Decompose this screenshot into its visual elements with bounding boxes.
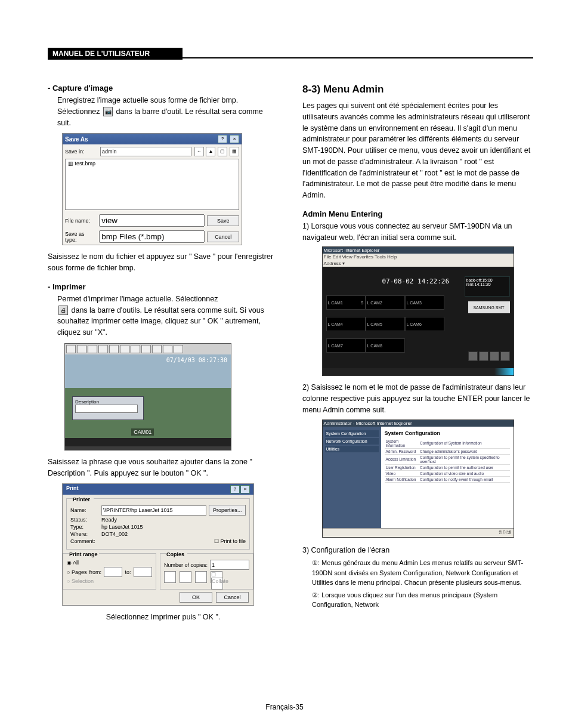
numcopies-input[interactable]: [210, 560, 249, 570]
collate-icon: [180, 571, 191, 583]
liveview-content: 07-08-02 14:22:26 back-off:15:00 rem:14:…: [323, 267, 514, 368]
views-icon[interactable]: ▦: [230, 147, 239, 156]
save-instruction: Saisissez le nom du fichier et appuyez s…: [48, 251, 279, 274]
sidebar-item-sysconf[interactable]: System Configuration: [325, 430, 379, 437]
ctrl-icon[interactable]: [479, 351, 488, 361]
admin-content: System Configuration Network Configurati…: [323, 427, 514, 528]
tool-icon[interactable]: [174, 345, 183, 353]
to-input[interactable]: [134, 567, 153, 577]
filename-input[interactable]: [99, 214, 205, 227]
step2-text: 2) Saisissez le nom et le mot de passe d…: [302, 382, 533, 415]
cam-cell[interactable]: L CAM5: [366, 317, 405, 331]
help-icon[interactable]: ?: [230, 485, 240, 493]
ok-button[interactable]: OK: [180, 592, 212, 603]
ctrl-icon[interactable]: [500, 351, 510, 361]
tool-icon[interactable]: [109, 345, 119, 353]
step1-text: 1) Lorsque vous vous connectez au serveu…: [302, 221, 533, 243]
newfolder-icon[interactable]: ▢: [218, 147, 227, 156]
print-dialog: Print ?× Printer Name: Properties... Sta…: [62, 483, 254, 606]
savein-dropdown[interactable]: [100, 147, 191, 156]
sideline-2: rem:14:11:20: [466, 282, 508, 286]
cam-cell[interactable]: L CAM2: [366, 295, 405, 310]
cam-cell[interactable]: L CAM4: [326, 317, 366, 331]
cfg-key[interactable]: Video: [385, 470, 419, 476]
viewer-toolbar: [65, 344, 231, 354]
ie-titlebar: Microsoft Internet Explorer: [323, 247, 514, 254]
tool-icon[interactable]: [88, 345, 97, 353]
ie-statusbar: 인터넷: [323, 528, 514, 537]
server-datetime: 07-08-02 14:22:26: [382, 277, 450, 285]
status-value: Ready: [101, 517, 117, 523]
cam-cell[interactable]: L CAM8: [366, 338, 405, 353]
tool-icon[interactable]: [163, 345, 172, 353]
side-info: back-off:15:00 rem:14:11:20: [465, 276, 510, 297]
cfg-key[interactable]: Access Limitation: [385, 454, 419, 464]
cancel-button[interactable]: Cancel: [216, 592, 249, 603]
cam-cell[interactable]: L CAM1 S: [326, 295, 366, 310]
left-column: - Capture d'image Enregistrez l'image ac…: [48, 84, 279, 625]
ie-addrbar: Address ▾: [323, 260, 514, 267]
cam-cell[interactable]: L CAM6: [405, 317, 444, 331]
ctrl-icon[interactable]: [490, 351, 499, 361]
close-icon[interactable]: ×: [240, 485, 250, 493]
radio-all[interactable]: ◉ All: [67, 560, 79, 566]
menuadmin-heading: 8-3) Menu Admin: [302, 84, 533, 95]
from-label: from:: [89, 569, 101, 575]
cfg-key[interactable]: User Registration: [385, 464, 419, 470]
filetype-label: Save as type:: [65, 231, 97, 243]
close-icon[interactable]: ×: [230, 135, 239, 143]
tool-icon[interactable]: [131, 345, 140, 353]
tool-icon[interactable]: [77, 345, 86, 353]
toolbar-icons: ← ▲ ▢ ▦: [194, 147, 239, 156]
help-icon[interactable]: ?: [218, 135, 227, 143]
up-icon[interactable]: ▲: [206, 147, 215, 156]
collate-icon: [164, 571, 176, 583]
cam-cell[interactable]: L CAM7: [326, 338, 366, 353]
file-list[interactable]: ▥ test.bmp: [65, 159, 239, 210]
cam-label: CAM01: [131, 428, 154, 436]
tool-icon[interactable]: [152, 345, 162, 353]
window-controls: ? ×: [217, 135, 239, 143]
cancel-button[interactable]: Cancel: [207, 232, 239, 242]
cfg-key[interactable]: Alarm Notification: [385, 476, 419, 482]
file-item[interactable]: ▥ test.bmp: [68, 161, 95, 166]
tool-icon[interactable]: [141, 345, 151, 353]
properties-button[interactable]: Properties...: [209, 505, 246, 516]
radio-pages[interactable]: ○ Pages: [67, 569, 86, 575]
sidebar-item-utilities[interactable]: Utilities: [325, 446, 379, 452]
back-icon[interactable]: ←: [194, 147, 204, 156]
tool-icon[interactable]: [120, 345, 129, 353]
cfg-desc: Configuration to permit the authorized u…: [419, 464, 509, 470]
copies-label: Copies: [166, 551, 187, 557]
step3-item-1: ①: Menus généraux du menu Admin Les menu…: [312, 558, 533, 588]
cfg-key[interactable]: System Information: [385, 439, 419, 449]
desc-label: Description: [75, 399, 141, 405]
tool-icon[interactable]: [98, 345, 108, 353]
page-footer: Français-35: [0, 703, 569, 711]
cam-cell[interactable]: L CAM3: [405, 295, 444, 310]
cfg-desc: Configuration to notify event through em…: [419, 476, 509, 482]
collate-check[interactable]: ☐ Collate: [211, 571, 222, 583]
ctrl-icon[interactable]: [468, 351, 478, 361]
print-heading: - Imprimer: [48, 282, 279, 291]
browser-admin: Administrator - Microsoft Internet Explo…: [322, 419, 514, 538]
tool-icon[interactable]: [66, 345, 76, 353]
type-value: hp LaserJet 1015: [101, 524, 143, 530]
filetype-dropdown[interactable]: [99, 230, 205, 243]
saveas-title: Save As: [65, 136, 88, 143]
printer-name-dropdown[interactable]: [101, 505, 206, 516]
from-input[interactable]: [104, 567, 123, 577]
step3-head: 3) Configuration de l'écran: [302, 545, 533, 556]
sidebar-item-netconf[interactable]: Network Configuration: [325, 438, 379, 445]
printer-section-label: Printer: [73, 496, 94, 502]
desc-input[interactable]: [75, 405, 138, 413]
capture-text: Enregistrez l'image actuelle sous forme …: [57, 95, 279, 128]
description-dialog: Description: [72, 396, 144, 420]
print-to-file-check[interactable]: ☐ Print to file: [214, 538, 246, 544]
cfg-desc: Configuration to permit the system speci…: [419, 454, 509, 464]
viewer-screenshot: 07/14/03 08:27:30 Description CAM01: [64, 343, 231, 451]
config-table: System InformationConfiguration of Syste…: [385, 439, 510, 483]
cfg-key[interactable]: Admin. Password: [385, 448, 419, 454]
savein-label: Save in:: [65, 149, 98, 155]
save-button[interactable]: Save: [207, 215, 239, 226]
